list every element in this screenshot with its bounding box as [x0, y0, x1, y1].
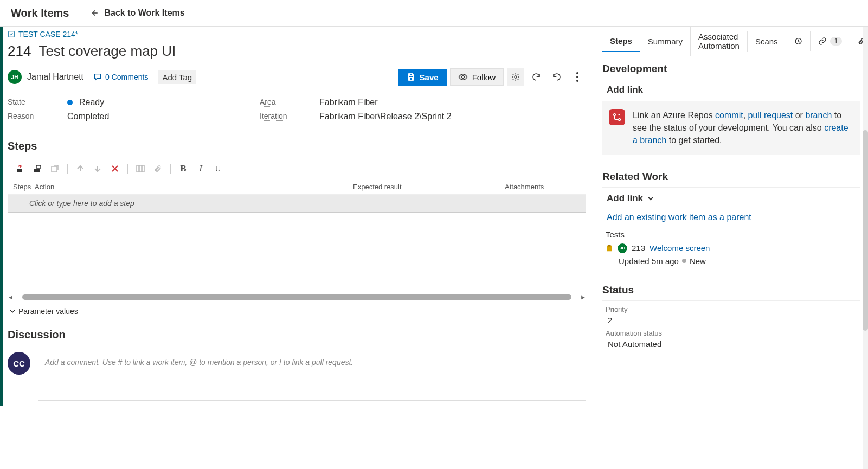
priority-label: Priority — [602, 301, 860, 314]
svg-rect-1 — [409, 74, 412, 75]
insert-shared-step-button[interactable] — [30, 162, 44, 176]
columns-button — [133, 162, 147, 176]
italic-button[interactable]: I — [194, 162, 208, 176]
svg-point-5 — [576, 72, 578, 74]
repo-icon — [609, 109, 625, 125]
test-name-link[interactable]: Welcome screen — [650, 243, 710, 253]
reason-value[interactable]: Completed — [67, 112, 243, 121]
attach-button — [151, 162, 165, 176]
related-work-title: Related Work — [602, 164, 860, 188]
development-add-link[interactable]: Add link — [602, 79, 860, 101]
scroll-right-icon[interactable]: ► — [580, 294, 586, 300]
header-divider — [79, 7, 79, 20]
status-section-title: Status — [602, 278, 860, 301]
history-icon — [794, 37, 802, 46]
back-to-work-items-link[interactable]: Back to Work Items — [89, 8, 184, 18]
back-arrow-icon — [89, 8, 99, 18]
dev-text-prefix: Link an Azure Repos — [633, 111, 715, 120]
columns-icon — [136, 165, 145, 172]
svg-point-3 — [461, 76, 464, 79]
comments-count: 0 Comments — [105, 73, 148, 81]
add-existing-parent-link[interactable]: Add an existing work item as a parent — [602, 209, 860, 226]
development-link-card: Link an Azure Repos commit, pull request… — [602, 101, 860, 155]
development-title: Development — [602, 56, 860, 79]
parameter-values-toggle[interactable]: Parameter values — [8, 304, 586, 319]
chevron-down-icon — [647, 195, 654, 202]
tab-steps[interactable]: Steps — [602, 31, 640, 52]
page-scrollbar-thumb[interactable] — [863, 130, 868, 331]
related-add-link-label: Add link — [607, 193, 643, 204]
tab-associated-automation[interactable]: Associated Automation — [690, 27, 747, 56]
work-item-id: 214 — [8, 43, 31, 60]
related-add-link-dropdown[interactable]: Add link — [602, 188, 860, 209]
tab-links[interactable]: 1 — [810, 31, 850, 51]
tab-history[interactable] — [786, 31, 810, 51]
revert-button[interactable] — [548, 68, 565, 86]
open-icon — [50, 164, 59, 173]
page-title: Work Items — [11, 7, 69, 20]
svg-rect-14 — [142, 165, 144, 172]
assignee-avatar[interactable]: JH — [8, 70, 22, 84]
tests-label: Tests — [602, 226, 860, 241]
state-dot-icon — [682, 259, 686, 263]
settings-button[interactable] — [507, 68, 524, 86]
state-value[interactable]: Ready — [67, 98, 243, 107]
steps-col-header: Steps — [13, 183, 35, 191]
bold-button[interactable]: B — [176, 162, 190, 176]
svg-point-6 — [576, 76, 578, 78]
svg-rect-19 — [608, 245, 610, 246]
insert-step-button[interactable] — [13, 162, 27, 176]
more-actions-button[interactable] — [569, 68, 586, 86]
comment-input[interactable]: Add a comment. Use # to link a work item… — [38, 352, 586, 401]
refresh-button[interactable] — [528, 68, 545, 86]
svg-rect-12 — [137, 165, 139, 172]
save-label: Save — [420, 73, 439, 82]
assignee-name[interactable]: Jamal Hartnett — [27, 72, 83, 82]
automation-status-value[interactable]: Not Automated — [602, 338, 860, 349]
work-item-title[interactable]: Test coverage map UI — [38, 43, 176, 60]
iteration-value[interactable]: Fabrikam Fiber\Release 2\Sprint 2 — [319, 112, 496, 121]
underline-button[interactable]: U — [211, 162, 225, 176]
toolbar-separator — [67, 164, 68, 174]
shared-step-icon — [33, 164, 42, 173]
automation-status-label: Automation status — [602, 325, 860, 338]
comments-link[interactable]: 0 Comments — [93, 73, 148, 81]
gear-icon — [511, 73, 520, 81]
dev-text-suffix: to get started. — [666, 136, 722, 145]
svg-rect-2 — [409, 78, 412, 80]
test-item[interactable]: JH 213 Welcome screen — [602, 241, 860, 255]
expected-col-header: Expected result — [353, 183, 505, 191]
tab-scans[interactable]: Scans — [747, 31, 786, 52]
test-updated-time: Updated 5m ago — [619, 256, 679, 266]
tab-summary[interactable]: Summary — [640, 31, 690, 52]
delete-step-button[interactable] — [108, 162, 122, 176]
svg-rect-13 — [139, 165, 142, 172]
state-dot-icon — [67, 100, 73, 105]
paperclip-icon — [154, 165, 162, 172]
action-col-header: Action — [35, 183, 353, 191]
attachments-col-header: Attachments — [505, 183, 581, 191]
x-icon — [111, 165, 119, 172]
add-tag-input[interactable]: Add Tag — [158, 70, 196, 84]
move-down-button — [91, 162, 105, 176]
scroll-left-icon[interactable]: ◄ — [8, 294, 14, 300]
link-icon — [818, 37, 827, 46]
commit-link[interactable]: commit — [715, 111, 743, 120]
add-step-placeholder[interactable]: Click or type here to add a step — [8, 195, 586, 212]
test-state: New — [690, 256, 706, 266]
iteration-label: Iteration — [260, 112, 303, 121]
svg-point-4 — [515, 76, 517, 78]
test-id: 213 — [632, 243, 645, 253]
area-value[interactable]: Fabrikam Fiber — [319, 98, 496, 107]
priority-value[interactable]: 2 — [602, 314, 860, 325]
svg-point-17 — [619, 119, 621, 121]
breadcrumb[interactable]: TEST CASE 214* — [8, 27, 586, 38]
pull-request-link[interactable]: pull request — [748, 111, 793, 120]
state-label: State — [8, 98, 51, 107]
save-button[interactable]: Save — [398, 69, 447, 86]
follow-button[interactable]: Follow — [450, 68, 504, 86]
steps-scrollbar[interactable]: ◄ ► — [8, 294, 586, 300]
follow-label: Follow — [472, 73, 496, 82]
scroll-track[interactable] — [22, 294, 571, 300]
branch-link[interactable]: branch — [805, 111, 832, 120]
